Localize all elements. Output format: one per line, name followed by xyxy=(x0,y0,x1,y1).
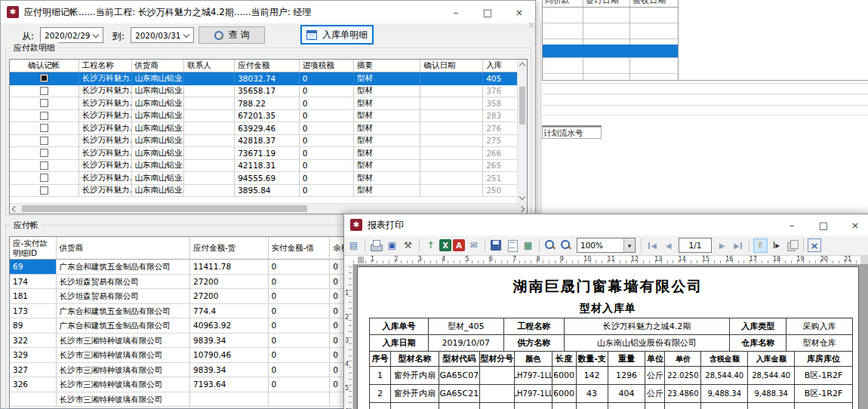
table-row[interactable]: 长沙万科魅力...山东南山铝业...788.220型材358 xyxy=(10,97,517,110)
cell[interactable]: 774.4 xyxy=(190,304,269,319)
cell[interactable]: 山东南山铝业... xyxy=(132,160,185,173)
grid-icon[interactable]: ▦ xyxy=(521,238,535,253)
cell[interactable] xyxy=(420,185,483,198)
cell[interactable]: 长沙万科魅力... xyxy=(79,185,132,198)
cell[interactable] xyxy=(184,185,235,198)
confirm-checkbox[interactable] xyxy=(40,99,48,107)
cell[interactable]: 长沙万科魅力... xyxy=(79,97,132,110)
cell[interactable]: 265 xyxy=(483,160,517,173)
export-icon[interactable]: ↑ xyxy=(423,238,438,253)
cell[interactable]: 0 xyxy=(269,377,331,392)
scroll-right-icon[interactable] xyxy=(519,206,525,212)
minimize-button[interactable]: – xyxy=(440,1,472,23)
cell[interactable]: 山东南山铝业... xyxy=(132,135,185,148)
title-bar[interactable]: ✱ 报表打印 – □ × xyxy=(344,214,868,235)
cell[interactable]: 山东南山铝业... xyxy=(132,172,185,185)
cell[interactable]: 326 xyxy=(10,377,57,392)
table-row[interactable]: 长沙万科魅力...山东南山铝业...42118.310型材265 xyxy=(10,160,517,173)
excel-icon[interactable]: X xyxy=(439,239,451,251)
table-row[interactable]: 长沙万科魅力...山东南山铝业...3895.840型材250 xyxy=(10,185,517,198)
cell[interactable]: 376 xyxy=(483,85,517,98)
cell[interactable]: 405 xyxy=(483,72,517,85)
cell[interactable]: 788.22 xyxy=(235,97,300,110)
cell[interactable]: 0 xyxy=(300,85,354,98)
cell[interactable]: 长沙万科魅力... xyxy=(79,147,132,160)
table-row[interactable]: 长沙市三湘特种玻璃有限公司 xyxy=(10,392,380,407)
cell[interactable]: 广东合和建筑五金制品有限公司 xyxy=(57,318,190,334)
cell[interactable]: 3895.84 xyxy=(235,185,300,198)
cell[interactable]: 73671.19 xyxy=(235,147,300,160)
cell[interactable]: 63929.46 xyxy=(235,122,300,135)
last-page-icon[interactable]: ▶ xyxy=(731,238,745,253)
horizontal-scrollbar[interactable] xyxy=(10,203,527,214)
table-row[interactable]: 327长沙市三湘特种玻璃有限公司9839.3400 xyxy=(10,363,380,378)
preview-icon[interactable]: ▤ xyxy=(346,238,361,253)
cell[interactable]: 35658.17 xyxy=(235,85,300,98)
cell[interactable]: 型材 xyxy=(354,97,421,110)
scrollbar-thumb[interactable] xyxy=(22,205,307,212)
cell[interactable] xyxy=(420,72,483,85)
cell[interactable]: 型材 xyxy=(354,85,421,98)
cell[interactable]: 67201.35 xyxy=(235,110,300,123)
cell[interactable]: 山东南山铝业... xyxy=(132,97,185,110)
checkbox-cell[interactable] xyxy=(10,122,79,135)
cell[interactable]: 型材 xyxy=(354,110,421,123)
cell[interactable]: 0 xyxy=(269,275,331,290)
table-row[interactable]: 长沙万科魅力...山东南山铝业...63929.460型材276 xyxy=(10,122,517,135)
checkbox-cell[interactable] xyxy=(10,160,79,173)
cell[interactable]: 69 xyxy=(10,260,57,275)
cell[interactable]: 长沙万科魅力... xyxy=(79,160,132,173)
cell[interactable]: 0 xyxy=(300,135,354,148)
maximize-button[interactable]: □ xyxy=(472,1,503,23)
chevron-down-icon[interactable] xyxy=(183,32,189,38)
cell[interactable]: 0 xyxy=(269,363,331,378)
document-icon[interactable] xyxy=(505,238,519,253)
prev-page-icon[interactable]: ◀ xyxy=(661,238,676,253)
confirm-checkbox[interactable] xyxy=(40,186,48,195)
cell[interactable]: 型材 xyxy=(354,185,421,198)
cell[interactable]: 9839.34 xyxy=(190,334,269,349)
cell[interactable]: 266 xyxy=(483,147,517,160)
cell[interactable]: 322 xyxy=(10,334,57,349)
checkbox-cell[interactable] xyxy=(10,72,79,85)
cell[interactable]: 7193.64 xyxy=(190,377,269,392)
cell[interactable] xyxy=(420,172,483,185)
cell[interactable]: 0 xyxy=(300,97,354,110)
cell[interactable]: 型材 xyxy=(354,160,421,173)
cell[interactable]: 0 xyxy=(269,348,331,363)
cell[interactable] xyxy=(184,97,235,110)
confirm-checkbox[interactable] xyxy=(40,112,48,120)
cell[interactable]: 0 xyxy=(269,289,331,304)
cell[interactable] xyxy=(184,110,235,123)
zoom-in-icon[interactable] xyxy=(543,238,558,253)
cell[interactable]: 长沙万科魅力... xyxy=(79,72,132,85)
checkbox-cell[interactable] xyxy=(10,185,79,198)
cell[interactable]: 0 xyxy=(269,318,331,334)
table-row[interactable] xyxy=(543,39,678,45)
scroll-down-icon[interactable] xyxy=(519,194,525,200)
save-icon[interactable] xyxy=(489,238,503,253)
close-button[interactable]: × xyxy=(839,214,868,235)
checkbox-cell[interactable] xyxy=(10,172,79,185)
checkbox-cell[interactable] xyxy=(10,110,79,123)
cell[interactable]: 广东合和建筑五金制品有限公司 xyxy=(57,304,190,319)
table-row[interactable]: 长沙万科魅力...山东南山铝业...94555.690型材251 xyxy=(10,172,517,185)
cell[interactable] xyxy=(420,147,483,160)
cell[interactable] xyxy=(420,160,483,173)
cell[interactable]: 长沙市三湘特种玻璃有限公司 xyxy=(57,377,190,392)
cell[interactable]: 长沙万科魅力... xyxy=(79,122,132,135)
next-page-icon[interactable]: ▶ xyxy=(715,238,729,253)
cell[interactable]: 长沙市三湘特种玻璃有限公司 xyxy=(57,348,190,363)
cell[interactable]: 0 xyxy=(300,72,354,85)
table-row[interactable]: 长沙万科魅力...山东南山铝业...67201.350型材283 xyxy=(10,110,517,123)
cell[interactable]: 长沙坦森贸易有限公司 xyxy=(57,275,190,290)
cell[interactable]: 283 xyxy=(483,110,517,123)
cell[interactable]: 42818.37 xyxy=(235,135,300,148)
cell[interactable] xyxy=(420,85,483,98)
cell[interactable]: 0 xyxy=(300,160,354,173)
checkbox-cell[interactable] xyxy=(10,147,79,160)
settings-icon[interactable]: ⚒ xyxy=(401,238,415,253)
cell[interactable] xyxy=(420,135,483,148)
checkbox-cell[interactable] xyxy=(10,135,79,148)
cell[interactable] xyxy=(420,110,483,123)
